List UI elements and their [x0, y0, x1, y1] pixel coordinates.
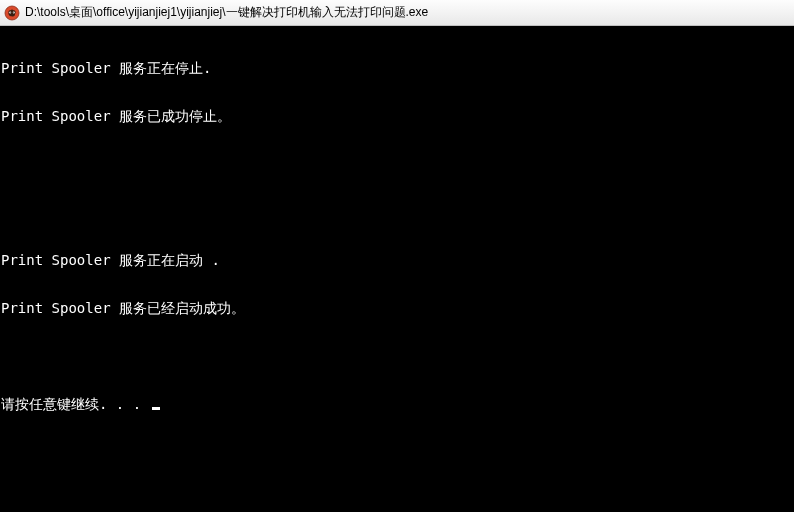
console-line: Print Spooler 服务正在启动 . [1, 252, 794, 268]
console-line: Print Spooler 服务已经启动成功。 [1, 300, 794, 316]
console-line: Print Spooler 服务已成功停止。 [1, 108, 794, 124]
console-prompt-line: 请按任意键继续. . . [1, 396, 794, 412]
app-icon [4, 5, 20, 21]
console-line [1, 348, 794, 364]
svg-point-4 [13, 12, 14, 13]
console-output[interactable]: Print Spooler 服务正在停止. Print Spooler 服务已成… [0, 26, 794, 512]
console-prompt-text: 请按任意键继续. . . [1, 396, 150, 412]
console-line [1, 156, 794, 172]
titlebar[interactable]: D:\tools\桌面\office\yijianjiej1\yijianjie… [0, 0, 794, 26]
window-title: D:\tools\桌面\office\yijianjiej1\yijianjie… [25, 4, 428, 21]
console-line: Print Spooler 服务正在停止. [1, 60, 794, 76]
svg-point-3 [10, 12, 11, 13]
console-line [1, 204, 794, 220]
console-window: D:\tools\桌面\office\yijianjiej1\yijianjie… [0, 0, 794, 512]
cursor [152, 407, 160, 410]
